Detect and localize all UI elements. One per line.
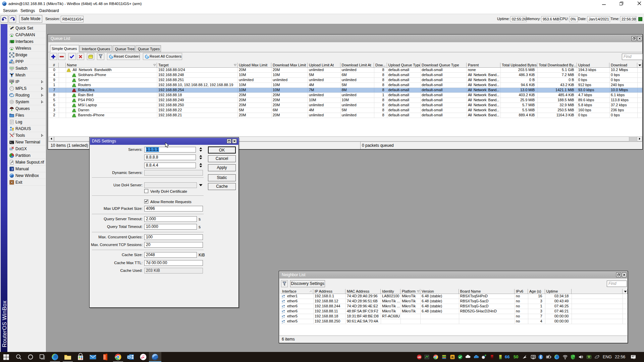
svg-text:eM: eM [418, 356, 421, 358]
svg-text:?: ? [11, 168, 13, 171]
svg-text:R: R [451, 356, 454, 359]
svg-text:255: 255 [10, 80, 14, 82]
